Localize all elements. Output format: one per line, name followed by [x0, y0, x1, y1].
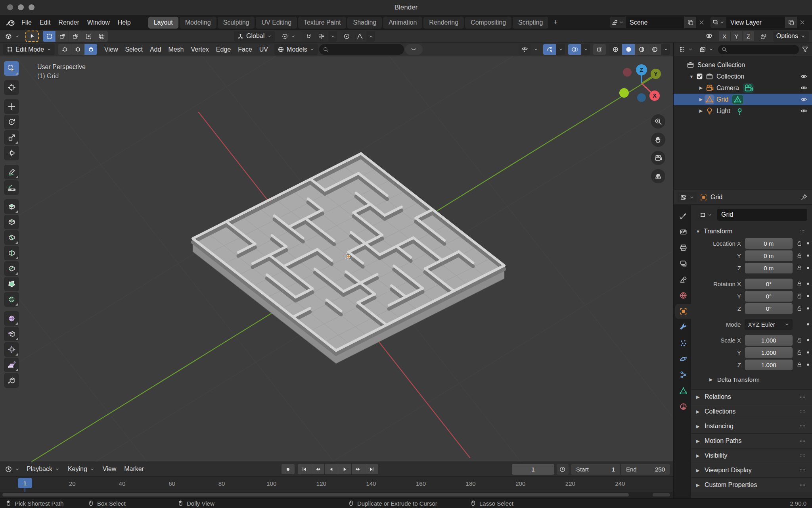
- object-data-badge-icon[interactable]: [743, 83, 754, 93]
- active-tool-button[interactable]: [25, 31, 39, 42]
- workspace-tab[interactable]: UV Editing: [256, 17, 297, 29]
- tool-button[interactable]: [4, 180, 19, 195]
- disclosure-triangle[interactable]: ▶: [697, 85, 705, 90]
- close-window-button[interactable]: [7, 4, 13, 10]
- delta-transform-panel[interactable]: ▶ Delta Transform: [691, 373, 812, 386]
- edge-select-button[interactable]: [71, 44, 84, 55]
- perspective-toggle-button[interactable]: [651, 169, 665, 183]
- vertex-select-button[interactable]: [58, 44, 71, 55]
- workspace-tab[interactable]: Layout: [148, 17, 178, 29]
- xray-toggle[interactable]: [593, 44, 606, 55]
- filter-funnel-icon[interactable]: [801, 46, 809, 53]
- tool-button[interactable]: [4, 246, 19, 260]
- tool-button[interactable]: [4, 277, 19, 291]
- collapsed-panel-header[interactable]: ▶ Motion Paths: [691, 433, 812, 448]
- view-layer-name-field[interactable]: View Layer: [726, 17, 785, 28]
- value-slider[interactable]: 0 m: [745, 250, 792, 261]
- grip-dots-icon[interactable]: [798, 467, 807, 473]
- viewport-menu-item[interactable]: UV: [256, 44, 272, 55]
- collapsed-panel-header[interactable]: ▶ Custom Properties: [691, 477, 812, 492]
- transform-orientation-dropdown[interactable]: Global: [234, 31, 275, 42]
- mirror-button[interactable]: [703, 31, 716, 42]
- grip-dots-icon[interactable]: [798, 482, 807, 488]
- lock-icon[interactable]: [795, 337, 804, 343]
- rendered-shading-button[interactable]: [648, 44, 661, 55]
- scrollbar-zoom-handle[interactable]: [653, 493, 670, 496]
- mirror-axis-toggle[interactable]: Z: [743, 31, 754, 41]
- viewport-menu-item[interactable]: Mesh: [165, 44, 187, 55]
- timeline-scrollbar[interactable]: [0, 492, 673, 498]
- outliner-item-label[interactable]: Collection: [716, 73, 744, 80]
- blender-logo-icon[interactable]: [5, 17, 16, 28]
- properties-tab[interactable]: [675, 288, 691, 303]
- grip-dots-icon[interactable]: [798, 408, 807, 415]
- asset-browser-dropdown[interactable]: Models: [274, 44, 318, 55]
- timeline-menu-item[interactable]: Keying: [64, 464, 98, 474]
- jump-to-start-button[interactable]: [298, 464, 311, 474]
- snap-dropdown[interactable]: [328, 31, 337, 42]
- animate-dot-icon[interactable]: [804, 293, 812, 299]
- tool-button[interactable]: [4, 80, 19, 95]
- properties-editor-type-dropdown[interactable]: [678, 192, 697, 202]
- show-gizmos-toggle[interactable]: [543, 44, 556, 55]
- next-keyframe-button[interactable]: [352, 464, 365, 474]
- workspace-tab[interactable]: Compositing: [465, 17, 511, 29]
- solid-shading-button[interactable]: [622, 44, 635, 55]
- outliner-item-label[interactable]: Light: [716, 108, 730, 115]
- 3d-viewport[interactable]: User Perspective (1) Grid: [0, 56, 673, 462]
- tool-button[interactable]: [4, 311, 19, 326]
- curve-falloff-button[interactable]: [405, 44, 423, 55]
- workspace-tab[interactable]: Rendering: [423, 17, 464, 29]
- properties-tab[interactable]: [675, 336, 691, 350]
- gizmos-dropdown[interactable]: [556, 44, 565, 55]
- lock-icon[interactable]: [795, 252, 804, 259]
- properties-tab[interactable]: [675, 383, 691, 398]
- workspace-tab[interactable]: Animation: [383, 17, 422, 29]
- mode-dropdown[interactable]: Edit Mode: [3, 44, 55, 55]
- outliner-filter-id-dropdown[interactable]: [697, 45, 716, 54]
- rotation-mode-dropdown[interactable]: XYZ Euler: [745, 319, 792, 330]
- properties-tab[interactable]: [675, 209, 691, 223]
- disclosure-triangle[interactable]: ▶: [697, 108, 705, 114]
- tool-button[interactable]: [4, 230, 19, 245]
- viewport-menu-item[interactable]: Vertex: [188, 44, 213, 55]
- gizmo-negative-y-ball[interactable]: [619, 88, 629, 98]
- auto-keying-button[interactable]: [557, 464, 569, 475]
- tool-button[interactable]: [4, 165, 19, 179]
- workspace-tab[interactable]: Scripting: [513, 17, 548, 29]
- editor-type-dropdown[interactable]: [3, 31, 21, 42]
- overlays-dropdown[interactable]: [581, 44, 590, 55]
- grip-dots-icon[interactable]: [799, 228, 807, 235]
- viewport-search[interactable]: [319, 44, 404, 55]
- eye-icon[interactable]: [799, 84, 808, 92]
- new-view-layer-button[interactable]: [785, 17, 797, 28]
- object-name-input[interactable]: [717, 209, 807, 221]
- workspace-tab[interactable]: Texture Paint: [298, 17, 346, 29]
- correct-face-attributes-button[interactable]: [757, 31, 770, 42]
- falloff-button[interactable]: [353, 31, 366, 42]
- animate-dot-icon[interactable]: [804, 349, 812, 356]
- tool-button[interactable]: [4, 292, 19, 307]
- mirror-axis-toggle[interactable]: X: [719, 31, 730, 41]
- select-mode-invert-button[interactable]: [82, 31, 95, 42]
- animate-dot-icon[interactable]: [804, 281, 812, 287]
- select-mode-extend-button[interactable]: [56, 31, 69, 42]
- navigation-gizmo[interactable]: Z Y X: [616, 62, 668, 110]
- jump-to-end-button[interactable]: [365, 464, 378, 474]
- object-data-badge-icon[interactable]: [732, 95, 743, 104]
- lock-icon[interactable]: [795, 349, 804, 356]
- properties-tab[interactable]: [675, 225, 691, 239]
- proportional-edit-toggle[interactable]: [340, 31, 353, 42]
- material-preview-button[interactable]: [635, 44, 648, 55]
- animate-dot-icon[interactable]: [804, 240, 812, 246]
- lock-icon[interactable]: [795, 240, 804, 246]
- outliner-row[interactable]: ▼ Collection: [674, 71, 812, 82]
- show-overlays-toggle[interactable]: [568, 44, 581, 55]
- viewport-menu-item[interactable]: Add: [146, 44, 165, 55]
- select-mode-subtract-button[interactable]: [69, 31, 82, 42]
- scene-name-field[interactable]: Scene: [626, 17, 684, 28]
- tool-button[interactable]: [4, 373, 19, 388]
- snap-toggle-button[interactable]: [302, 31, 315, 42]
- workspace-tab[interactable]: Shading: [347, 17, 382, 29]
- pan-view-button[interactable]: [651, 133, 665, 147]
